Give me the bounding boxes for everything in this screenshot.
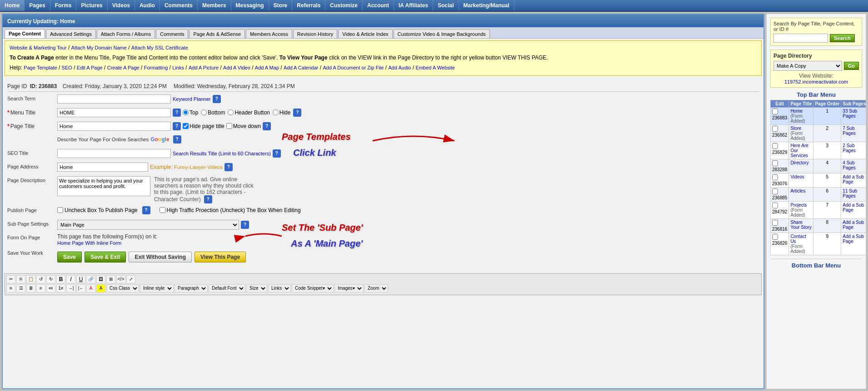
search-input[interactable] (773, 34, 828, 43)
edit-cb-236862[interactable] (772, 126, 778, 132)
page-address-help[interactable]: ? (224, 163, 233, 171)
nav-item-messaging[interactable]: Messaging (231, 0, 269, 11)
sub-page-select[interactable]: Main Page (57, 220, 239, 230)
page-title-input[interactable] (57, 122, 171, 131)
zoom-select[interactable]: Zoom (364, 284, 388, 292)
link-website-tour[interactable]: Website & Marketing Tour (10, 45, 67, 50)
link-embed-website[interactable]: Embed A Website (416, 65, 455, 70)
view-this-page-button[interactable]: View This Page (195, 252, 246, 262)
page-title-link-236826[interactable]: Contact Us (790, 234, 806, 244)
save-exit-button[interactable]: Save & Exit (85, 252, 126, 262)
search-term-help[interactable]: ? (213, 95, 221, 103)
subpages-link-236826[interactable]: Add a Sub Page (843, 234, 864, 244)
link-seo[interactable]: SEO (62, 65, 72, 70)
tb-italic[interactable]: I (66, 275, 75, 283)
radio-hide-label[interactable]: Hide (273, 109, 291, 116)
page-address-input[interactable] (57, 163, 148, 172)
tab-advanced-settings[interactable]: Advanced Settings (46, 29, 96, 38)
seo-title-help[interactable]: ? (273, 149, 281, 158)
uncheck-publish-cb[interactable] (57, 207, 63, 213)
subpages-link-236816[interactable]: Add a Sub Page (843, 220, 864, 230)
radio-top[interactable] (183, 109, 189, 115)
copy-select[interactable]: Make A Copy (773, 61, 842, 71)
nav-item-referrals[interactable]: Referrals (292, 0, 325, 11)
form-link[interactable]: Home Page With Inline Form (57, 240, 121, 246)
desc-help[interactable]: ? (204, 195, 212, 203)
page-title-help2[interactable]: ? (263, 122, 271, 130)
nav-item-videos[interactable]: Videos (108, 0, 135, 11)
tb-copy[interactable]: ⎘ (16, 275, 25, 283)
page-description-textarea[interactable]: We specialize in helping you and your cu… (57, 176, 150, 196)
tab-page-ads[interactable]: Page Ads & AdSense (189, 29, 245, 38)
tb-underline[interactable]: U (76, 275, 85, 283)
tb-num-list[interactable]: 1≡ (56, 284, 65, 292)
link-attach-domain[interactable]: Attach My Domain Name (71, 45, 127, 50)
edit-cb-236816[interactable] (772, 220, 778, 226)
go-button[interactable]: Go (844, 62, 859, 70)
move-down-label[interactable]: Move down (226, 123, 261, 129)
nav-item-members[interactable]: Members (198, 0, 231, 11)
size-select[interactable]: Size (246, 284, 267, 292)
images-select[interactable]: Images▾ (334, 284, 364, 292)
link-add-audio[interactable]: Add Audio (388, 65, 411, 70)
link-edit-page[interactable]: Edit A Page (77, 65, 103, 70)
tb-table[interactable]: ⊞ (106, 275, 115, 283)
tb-align-right[interactable]: ≣ (26, 284, 35, 292)
tb-highlight[interactable]: A (96, 284, 105, 292)
tb-bullet-list[interactable]: •≡ (46, 284, 55, 292)
link-create-page[interactable]: Create A Page (107, 65, 140, 70)
subpages-link-236883[interactable]: 33 Sub Pages (843, 109, 857, 119)
edit-cb-236826[interactable] (772, 234, 778, 240)
code-snippet-select[interactable]: Code Snippet▾ (292, 284, 334, 292)
links-select[interactable]: Links (268, 284, 291, 292)
edit-cb-293076[interactable] (772, 174, 778, 180)
example-link[interactable]: Funny-Lawyer-Videos (174, 164, 223, 170)
tab-members-access[interactable]: Members Access (246, 29, 292, 38)
high-traffic-label[interactable]: High Traffic Proection (Uncheck) The Box… (160, 207, 301, 213)
nav-item-pictures[interactable]: Pictures (76, 0, 107, 11)
page-title-link-236862[interactable]: Store (790, 126, 801, 131)
menu-pos-help[interactable]: ? (293, 109, 301, 117)
tab-customize-video[interactable]: Customize Video & Image Backgrounds (394, 29, 490, 38)
google-help[interactable]: ? (173, 135, 181, 144)
tb-source[interactable]: </> (116, 275, 125, 283)
link-formatting[interactable]: Formatting (144, 65, 168, 70)
tb-cut[interactable]: ✂ (6, 275, 15, 283)
keyword-planner-link[interactable]: Keyword Planner (173, 96, 211, 102)
page-title-link-283288[interactable]: Directory (790, 160, 808, 165)
nav-item-customize[interactable]: Customize (325, 0, 363, 11)
edit-cb-284792[interactable] (772, 203, 778, 208)
high-traffic-cb[interactable] (160, 207, 165, 213)
nav-item-audio[interactable]: Audio (135, 0, 160, 11)
tb-image[interactable]: 🖼 (96, 275, 105, 283)
paragraph-select[interactable]: Paragraph (175, 284, 208, 292)
nav-item-store[interactable]: Store (269, 0, 293, 11)
link-add-calendar[interactable]: Add A Calendar (284, 65, 318, 70)
edit-cb-283288[interactable] (772, 160, 778, 166)
tab-revision-history[interactable]: Revision History (293, 29, 337, 38)
font-select[interactable]: Default Font (209, 284, 245, 292)
exit-without-saving-button[interactable]: Exit Without Saving (129, 252, 192, 262)
save-button[interactable]: Save (57, 252, 82, 262)
subpages-link-236829[interactable]: 2 Sub Pages (843, 143, 855, 153)
radio-top-label[interactable]: Top (183, 109, 198, 116)
subpages-link-236885[interactable]: 11 Sub Pages (843, 188, 857, 198)
menu-title-help[interactable]: ? (173, 109, 181, 117)
link-attach-ssl[interactable]: Attach My SSL Certificate (131, 45, 188, 50)
page-title-link-284792[interactable]: Projects (790, 203, 807, 208)
publish-help[interactable]: ? (142, 206, 150, 214)
tb-align-justify[interactable]: ≡ (36, 284, 45, 292)
page-title-link-236829[interactable]: Here Are Our Services (790, 143, 808, 158)
tb-outdent[interactable]: |← (76, 284, 85, 292)
nav-item-social[interactable]: Social (433, 0, 459, 11)
page-title-help[interactable]: ? (173, 122, 181, 130)
radio-header[interactable] (228, 109, 234, 115)
link-add-document[interactable]: Add A Document or Zip File (323, 65, 384, 70)
nav-item-comments[interactable]: Comments (160, 0, 198, 11)
link-page-template[interactable]: Page Template (24, 65, 57, 70)
menu-title-input[interactable] (57, 108, 171, 117)
tb-align-left[interactable]: ≡ (6, 284, 15, 292)
subpages-link-284792[interactable]: Add a Sub Page (843, 203, 864, 213)
page-title-link-236816[interactable]: Share Your Story (790, 220, 811, 230)
subpages-link-236862[interactable]: 7 Sub Pages (843, 126, 855, 136)
